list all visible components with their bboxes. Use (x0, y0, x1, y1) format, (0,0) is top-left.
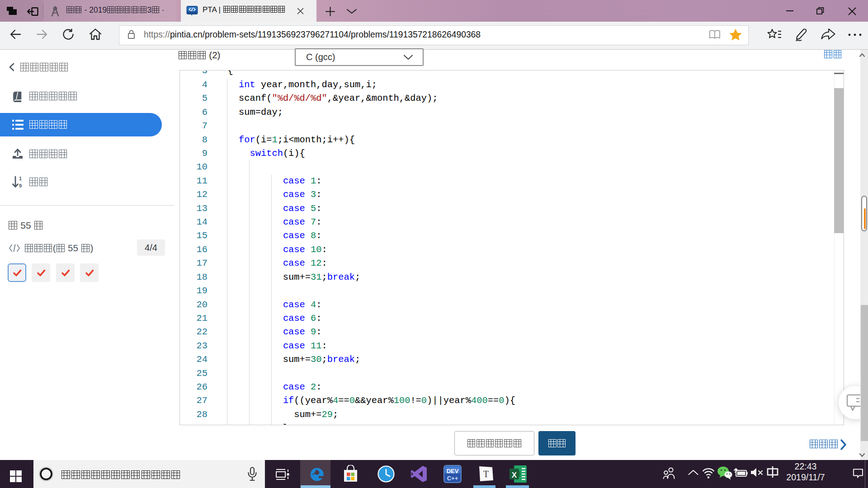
svg-text:9: 9 (19, 183, 22, 188)
svg-text:X: X (512, 471, 517, 479)
svg-text:DEV: DEV (447, 468, 459, 474)
svg-text:1: 1 (19, 176, 22, 181)
svg-text:C++: C++ (447, 475, 458, 482)
svg-text:T: T (483, 469, 489, 479)
